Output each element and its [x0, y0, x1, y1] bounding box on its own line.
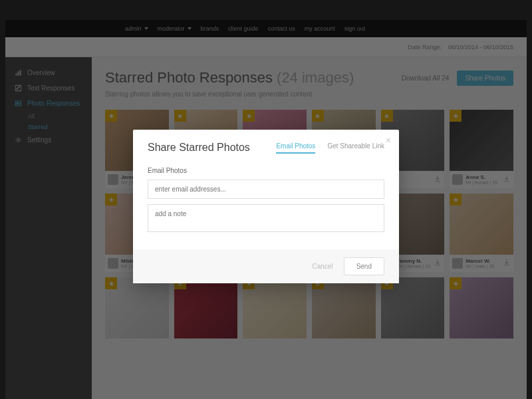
tab-email-photos[interactable]: Email Photos	[276, 142, 315, 154]
modal-footer: Cancel Send	[133, 249, 399, 283]
modal-body: Email Photos	[133, 160, 399, 249]
tab-shareable-link[interactable]: Get Shareable Link	[327, 142, 384, 154]
modal-tabs: Email Photos Get Shareable Link	[276, 142, 384, 154]
email-section-label: Email Photos	[148, 167, 384, 174]
send-button[interactable]: Send	[344, 257, 384, 275]
share-modal: × Share Starred Photos Email Photos Get …	[133, 130, 399, 283]
note-input[interactable]	[148, 204, 384, 232]
cancel-button[interactable]: Cancel	[313, 263, 333, 270]
modal-title: Share Starred Photos	[148, 142, 250, 154]
email-input[interactable]	[148, 180, 384, 199]
modal-header: Share Starred Photos Email Photos Get Sh…	[133, 130, 399, 160]
